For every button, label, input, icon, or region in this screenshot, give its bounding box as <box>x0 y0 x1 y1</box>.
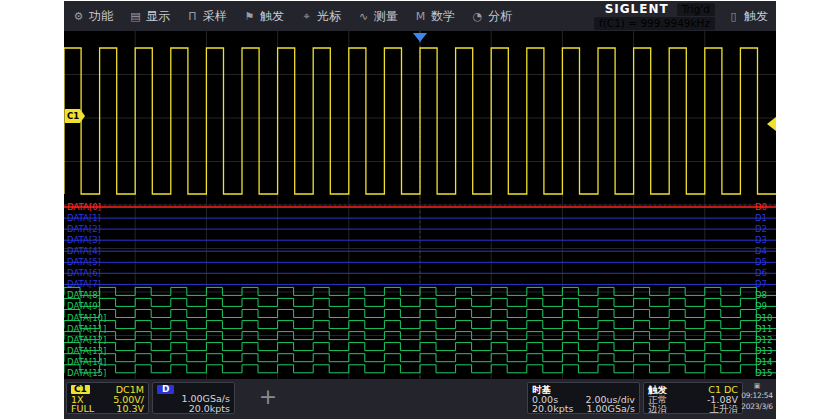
oscilloscope-screen: ⚙ 功能 ▤ 显示 Π 采样 ⚑ 触发 ⌖ 光标 ∿ 测量 M 数学 ◔ 分析 <box>64 1 776 419</box>
cursor-target-icon: ⌖ <box>300 10 313 23</box>
math-icon: M <box>414 10 427 23</box>
digital-channel-tag: D10 <box>755 313 772 323</box>
trigger-slope: 上升沿 <box>710 404 739 414</box>
menu-item-trigger-quick[interactable]: ▯ 触发 <box>727 8 768 25</box>
digital-channel-tag: D11 <box>755 324 772 334</box>
menu-item-math[interactable]: M 数学 <box>414 8 455 25</box>
c1-offset: 10.3V <box>116 404 144 414</box>
menu-item-measure[interactable]: ∿ 测量 <box>357 8 398 25</box>
timebase-box[interactable]: 时基 0.00s 2.00us/div 20.0kpts 1.00GSa/s <box>527 382 640 414</box>
digital-trace <box>64 332 776 340</box>
crosshair-icon[interactable]: + <box>254 384 282 412</box>
remote-device-icon: ▯ <box>727 10 740 23</box>
trigger-position-marker[interactable] <box>413 33 427 42</box>
digital-memory-depth: 20.0kpts <box>189 404 230 414</box>
digital-channel-tag: D13 <box>755 346 772 356</box>
digital-channel-tag: D6 <box>755 268 767 278</box>
analysis-icon: ◔ <box>471 10 484 23</box>
timebase-memory-depth: 20.0kpts <box>532 404 573 414</box>
channel-marker-c1-label: C1 <box>67 111 79 121</box>
trigger-level-marker[interactable] <box>767 117 776 131</box>
digital-channel-tag: D14 <box>755 357 772 367</box>
digital-trace <box>64 354 776 362</box>
digital-trace <box>64 287 776 295</box>
menu-item-label: 功能 <box>89 8 113 25</box>
trigger-type: 边沿 <box>648 404 667 414</box>
digital-channel-label: DATA[6] <box>67 268 101 278</box>
digital-channel-tag: D2 <box>755 224 767 234</box>
digital-descriptor-box[interactable]: D 1.00GSa/s 20.0kpts <box>152 382 235 414</box>
digital-channel-tag: D15 <box>755 368 772 378</box>
menu-item-trigger[interactable]: ⚑ 触发 <box>243 8 284 25</box>
digital-trace <box>64 321 776 329</box>
channel-c1-descriptor-box[interactable]: C1 DC1M 1X 5.00V/ FULL 10.3V <box>66 382 149 414</box>
frequency-readout: f(C1) = 999.9949kHz <box>594 17 715 30</box>
gear-icon: ⚙ <box>72 10 85 23</box>
trigger-box[interactable]: 触发 C1 DC 正常 -1.08V 边沿 上升沿 <box>643 382 743 414</box>
analog-trace-c1 <box>64 48 776 194</box>
digital-trace <box>64 310 776 318</box>
siglent-logo: SIGLENT <box>605 2 669 16</box>
clock-display[interactable]: ▣ 09:12:54 2023/3/6 <box>739 382 775 414</box>
digital-trace <box>64 298 776 306</box>
menu-item-label: 光标 <box>317 8 341 25</box>
digital-channel-chip: D <box>157 385 174 394</box>
menu-bar: ⚙ 功能 ▤ 显示 Π 采样 ⚑ 触发 ⌖ 光标 ∿ 测量 M 数学 ◔ 分析 <box>64 1 776 31</box>
menu-item-analysis[interactable]: ◔ 分析 <box>471 8 512 25</box>
digital-channel-label: DATA[0] <box>67 202 101 212</box>
clock-time: 09:12:54 <box>739 391 775 401</box>
menu-item-label: 分析 <box>488 8 512 25</box>
digital-channel-tag: D1 <box>755 213 767 223</box>
menu-item-cursors[interactable]: ⌖ 光标 <box>300 8 341 25</box>
digital-channel-tag: D4 <box>755 246 767 256</box>
digital-channel-label: DATA[15] <box>67 368 106 378</box>
display-icon: ▤ <box>129 10 142 23</box>
menu-item-label: 触发 <box>744 8 768 25</box>
menu-item-display[interactable]: ▤ 显示 <box>129 8 170 25</box>
sine-icon: ∿ <box>357 10 370 23</box>
waveform-display[interactable]: DATA[0]D0DATA[1]D1DATA[2]D2DATA[3]D3DATA… <box>64 31 776 379</box>
menu-item-label: 数学 <box>431 8 455 25</box>
digital-channel-label: DATA[2] <box>67 224 101 234</box>
trigger-status-badge: Trig'd <box>677 3 715 16</box>
sample-wave-icon: Π <box>186 10 199 23</box>
menu-item-label: 采样 <box>203 8 227 25</box>
c1-bandwidth: FULL <box>71 404 94 414</box>
digital-trace <box>64 365 776 373</box>
menu-item-acquire[interactable]: Π 采样 <box>186 8 227 25</box>
menu-item-label: 显示 <box>146 8 170 25</box>
brand-cluster: SIGLENT Trig'd f(C1) = 999.9949kHz <box>594 2 715 30</box>
status-bar: C1 DC1M 1X 5.00V/ FULL 10.3V D 1.00GSa/s <box>64 379 776 419</box>
digital-channel-tag: D5 <box>755 257 767 267</box>
digital-trace <box>64 343 776 351</box>
digital-channel-label: DATA[1] <box>67 213 101 223</box>
flag-icon: ⚑ <box>243 10 256 23</box>
menu-item-label: 测量 <box>374 8 398 25</box>
digital-channel-tag: D12 <box>755 335 772 345</box>
digital-channel-label: DATA[3] <box>67 235 101 245</box>
network-icon: ▣ <box>739 382 775 391</box>
digital-channel-label: DATA[5] <box>67 257 101 267</box>
menu-item-utility[interactable]: ⚙ 功能 <box>72 8 113 25</box>
menu-item-label: 触发 <box>260 8 284 25</box>
digital-channel-tag: D0 <box>755 202 767 212</box>
digital-channel-label: DATA[4] <box>67 246 101 256</box>
clock-date: 2023/3/6 <box>739 402 775 412</box>
digital-channel-tag: D3 <box>755 235 767 245</box>
c1-channel-chip: C1 <box>71 385 90 394</box>
timebase-sample-rate: 1.00GSa/s <box>586 404 635 414</box>
